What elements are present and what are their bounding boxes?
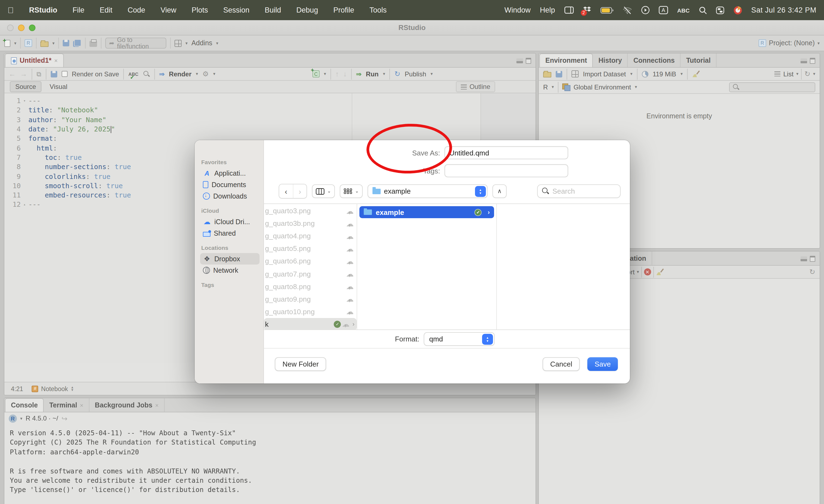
pane-layout-dropdown[interactable]: ▾ bbox=[185, 41, 188, 45]
code-line[interactable]: 3author: "Your Name" bbox=[4, 115, 535, 124]
export-dropdown[interactable]: ▾ bbox=[637, 270, 639, 274]
nav-back-button[interactable]: ‹ bbox=[279, 184, 293, 198]
publish-dropdown[interactable]: ▾ bbox=[430, 72, 433, 76]
dialog-search-box[interactable]: Search bbox=[537, 184, 621, 198]
clear-viewer-broom-icon[interactable] bbox=[656, 268, 663, 276]
import-dataset-dropdown[interactable]: ▾ bbox=[630, 72, 632, 76]
menu-file[interactable]: File bbox=[73, 6, 85, 14]
tab-tutorial[interactable]: Tutorial bbox=[681, 54, 717, 67]
maximize-pane-icon[interactable] bbox=[810, 256, 815, 262]
browser-app-icon[interactable] bbox=[733, 6, 742, 14]
tab-history[interactable]: History bbox=[593, 54, 628, 67]
new-project-icon[interactable]: R bbox=[24, 39, 32, 47]
save-icon[interactable] bbox=[63, 40, 69, 46]
input-source-icon[interactable]: A bbox=[659, 6, 668, 14]
run-previous-icon[interactable]: ↑ bbox=[335, 70, 339, 78]
file-column-current[interactable]: example ✓ › bbox=[357, 204, 497, 329]
sidebar-item-shared[interactable]: Shared bbox=[200, 227, 260, 239]
pane-layout-icon[interactable] bbox=[175, 39, 182, 46]
tab-environment[interactable]: Environment bbox=[539, 54, 593, 67]
language-dropdown[interactable]: ▾ bbox=[551, 85, 554, 89]
wifi-off-icon[interactable] bbox=[623, 6, 632, 14]
close-tab-icon[interactable]: × bbox=[54, 57, 58, 64]
list-view-dropdown[interactable]: ▾ bbox=[796, 72, 798, 76]
menu-window[interactable]: Window bbox=[504, 6, 531, 14]
sidebar-item-dropbox[interactable]: Dropbox bbox=[200, 253, 260, 265]
menu-edit[interactable]: Edit bbox=[100, 6, 113, 14]
sidebar-item-documents[interactable]: Documents bbox=[200, 179, 260, 190]
menu-profile[interactable]: Profile bbox=[333, 6, 354, 14]
example-folder-row[interactable]: example ✓ › bbox=[359, 206, 494, 218]
file-row[interactable]: g_quarto6.png☁ bbox=[264, 255, 356, 268]
remove-viewer-icon[interactable]: ✕ bbox=[644, 268, 651, 276]
close-tab-icon[interactable]: × bbox=[80, 402, 83, 408]
control-center-icon[interactable] bbox=[716, 6, 724, 14]
file-row[interactable]: g_quarto3.png☁ bbox=[264, 205, 356, 217]
maximize-pane-icon[interactable] bbox=[526, 58, 531, 64]
tab-terminal[interactable]: Terminal× bbox=[44, 398, 89, 412]
fold-marker-icon[interactable]: ▾ bbox=[21, 98, 28, 103]
memory-usage-label[interactable]: 119 MiB bbox=[652, 70, 676, 78]
goto-file-function-box[interactable]: ➦ Go to file/function bbox=[105, 38, 166, 48]
menu-code[interactable]: Code bbox=[128, 6, 145, 14]
new-file-dropdown[interactable]: ▾ bbox=[14, 41, 16, 45]
format-select[interactable]: qmd ▲▼ bbox=[424, 332, 495, 346]
environment-scope-selector[interactable]: Global Environment bbox=[574, 83, 631, 91]
scope-dropdown[interactable]: ▾ bbox=[635, 85, 637, 89]
open-file-icon[interactable] bbox=[40, 41, 48, 46]
open-recent-dropdown[interactable]: ▾ bbox=[53, 41, 55, 45]
spellcheck-icon[interactable]: ABC bbox=[128, 71, 138, 77]
file-row[interactable]: g_quarto7.png☁ bbox=[264, 268, 356, 280]
save-workspace-icon[interactable] bbox=[556, 71, 562, 77]
minimize-pane-icon[interactable] bbox=[516, 59, 523, 63]
print-icon[interactable] bbox=[89, 41, 97, 46]
display-sidebar-icon[interactable] bbox=[564, 7, 574, 14]
visual-mode-button[interactable]: Visual bbox=[45, 82, 72, 92]
code-line[interactable]: 1▾--- bbox=[4, 96, 535, 106]
sidebar-item-applicati[interactable]: Applicati... bbox=[200, 168, 260, 179]
memory-dropdown[interactable]: ▾ bbox=[681, 72, 683, 76]
menu-help[interactable]: Help bbox=[540, 6, 555, 14]
list-view-button[interactable]: List bbox=[784, 70, 794, 78]
clear-environment-broom-icon[interactable] bbox=[692, 70, 700, 78]
render-button[interactable]: Render bbox=[169, 70, 192, 78]
load-workspace-icon[interactable] bbox=[543, 72, 551, 78]
insert-chunk-dropdown[interactable]: ▾ bbox=[324, 72, 326, 76]
environment-search-box[interactable] bbox=[729, 82, 815, 92]
file-row[interactable]: g_quarto8.png☁ bbox=[264, 280, 356, 293]
current-folder-select[interactable]: example ▲▼ bbox=[368, 184, 488, 198]
run-button[interactable]: Run bbox=[366, 70, 379, 78]
publish-button[interactable]: Publish bbox=[405, 70, 426, 78]
dropbox-status-icon[interactable]: 2 bbox=[583, 6, 591, 14]
run-next-icon[interactable]: ↓ bbox=[343, 70, 347, 78]
save-all-icon[interactable] bbox=[73, 39, 81, 47]
menu-clock[interactable]: Sat Jul 26 3:42 PM bbox=[751, 6, 816, 14]
fold-marker-icon[interactable]: ▴ bbox=[21, 202, 28, 207]
menu-tools[interactable]: Tools bbox=[370, 6, 387, 14]
forward-icon[interactable]: → bbox=[20, 70, 27, 78]
code-line[interactable]: 2title: "Notebook" bbox=[4, 106, 535, 115]
tab-connections[interactable]: Connections bbox=[628, 54, 681, 67]
minimize-pane-icon[interactable] bbox=[801, 59, 807, 63]
new-folder-button[interactable]: New Folder bbox=[275, 357, 326, 371]
refresh-environment-icon[interactable]: ↻ bbox=[804, 70, 810, 78]
selected-file-row[interactable]: k✓☁› bbox=[264, 318, 356, 329]
file-column-parent[interactable]: g_quarto3.png☁g_quarto3b.png☁g_quarto4.p… bbox=[264, 204, 357, 329]
apple-menu-icon[interactable]:  bbox=[8, 5, 14, 15]
file-row[interactable]: g_quarto10.png☁ bbox=[264, 305, 356, 318]
nav-forward-button[interactable]: › bbox=[293, 184, 306, 198]
spotlight-icon[interactable] bbox=[699, 6, 707, 14]
abc-input-label[interactable]: ABC bbox=[677, 7, 690, 13]
share-icon[interactable]: ↪ bbox=[61, 414, 67, 422]
sidebar-item-network[interactable]: Network bbox=[200, 265, 260, 276]
file-row[interactable]: g_quarto5.png☁ bbox=[264, 242, 356, 255]
language-selector[interactable]: R bbox=[543, 83, 548, 91]
minimize-pane-icon[interactable] bbox=[801, 257, 807, 261]
column-view-button[interactable]: ⌄ bbox=[312, 184, 335, 198]
battery-icon[interactable] bbox=[600, 7, 614, 13]
file-row[interactable]: g_quarto9.png☁ bbox=[264, 293, 356, 305]
run-dropdown[interactable]: ▾ bbox=[383, 72, 385, 76]
find-replace-icon[interactable] bbox=[142, 70, 150, 78]
close-tab-icon[interactable]: × bbox=[155, 402, 159, 408]
tab-console[interactable]: Console bbox=[5, 398, 44, 412]
